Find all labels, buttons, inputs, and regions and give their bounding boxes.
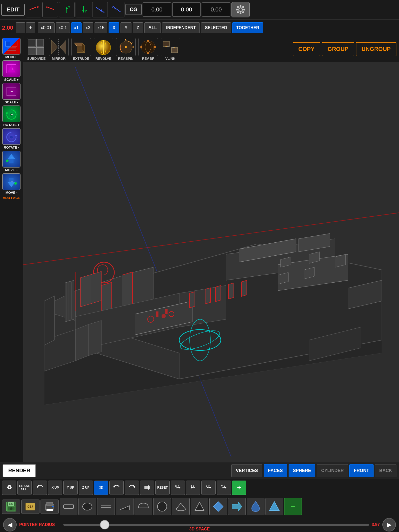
scale-plus-btn[interactable]: + [26, 22, 35, 33]
back-btn[interactable]: BACK [375, 464, 396, 477]
revbf-tool[interactable]: REV.BF [138, 38, 158, 61]
3d-viewport[interactable] [23, 62, 399, 462]
rotate-minus-tool[interactable]: − ROTATE - [1, 128, 22, 149]
mult-15-btn[interactable]: x15 [95, 22, 107, 33]
revspin-tool[interactable]: REV.SPIN [115, 38, 136, 61]
together-mode-btn[interactable]: TOGETHER [232, 22, 263, 33]
move-plus-tool[interactable]: + MOVE + [1, 151, 22, 172]
scale-minus-tool[interactable]: − SCALE - [1, 83, 22, 104]
copy-button[interactable]: COPY [293, 42, 320, 56]
scale-plus-tool[interactable]: + SCALE + [1, 60, 22, 82]
svg-point-69 [154, 46, 156, 48]
edit-button[interactable]: EDIT [1, 4, 25, 16]
cg-button[interactable]: CG [125, 4, 142, 15]
ungroup-button[interactable]: UNGROUP [356, 42, 396, 56]
axis-all-filter-btn[interactable]: ALL [144, 22, 161, 33]
arrow-right-btn[interactable] [228, 498, 246, 515]
revolve-icon [94, 38, 113, 56]
settings-button[interactable] [231, 2, 250, 17]
cone-btn[interactable] [191, 498, 208, 515]
recycle-button[interactable]: ♻ [2, 481, 16, 495]
svg-text:−: − [10, 135, 12, 139]
rot-yk-cw-button[interactable]: Y k [217, 481, 231, 495]
subdivide-tool[interactable]: SUBDIVIDE [26, 38, 47, 61]
svg-point-72 [147, 52, 149, 54]
svg-marker-127 [91, 271, 101, 304]
nav-left-button[interactable]: ◀ [3, 518, 17, 531]
move-minus-tool[interactable]: − MOVE - [1, 173, 22, 195]
slider-thumb[interactable] [100, 520, 109, 529]
axis-x-pos-button[interactable]: X [26, 2, 41, 17]
revolve-tool[interactable]: REVOLVE [93, 38, 114, 61]
top-toolbar: EDIT X X Y Y Z [0, 0, 399, 19]
cylinder-btn[interactable]: CYLINDER [317, 464, 348, 477]
nav-right-button[interactable]: ▶ [382, 518, 396, 531]
reset-button[interactable]: RESET [155, 481, 170, 495]
mult-1-btn[interactable]: x1 [71, 22, 82, 33]
yup-button[interactable]: Y UP [63, 481, 78, 495]
y-coord-input[interactable] [172, 2, 201, 17]
svg-text:−: − [11, 180, 13, 184]
axis-z-pos-button[interactable]: Z [92, 2, 108, 17]
undo-button[interactable] [109, 481, 124, 495]
rotate-plus-tool[interactable]: + ROTATE + [1, 105, 22, 127]
half-sphere-btn[interactable] [135, 498, 152, 515]
diamond-btn[interactable] [209, 498, 227, 515]
flat-quad-btn[interactable] [60, 498, 77, 515]
rot-xz-ccw-button[interactable]: X z [186, 481, 200, 495]
selected-mode-btn[interactable]: SELECTED [201, 22, 231, 33]
droplet-btn[interactable] [247, 498, 264, 515]
svg-text:.OBJ: .OBJ [27, 505, 33, 508]
export-obj-button[interactable]: .OBJ [21, 500, 39, 514]
z-coord-input[interactable] [202, 2, 230, 17]
mirror-tool[interactable]: MIRROR [48, 38, 69, 61]
x-coord-input[interactable] [143, 2, 171, 17]
vertices-btn[interactable]: VERTICES [231, 464, 262, 477]
axis-y-neg-button[interactable]: Y [76, 2, 91, 17]
axis-z-filter-btn[interactable]: Z [133, 22, 143, 33]
sphere-btn2[interactable] [153, 498, 171, 515]
axis-y-filter-btn[interactable]: Y [121, 22, 131, 33]
move-button[interactable] [140, 481, 154, 495]
3d-button[interactable]: 3D [94, 481, 108, 495]
axis-x-filter-btn[interactable]: X [109, 22, 119, 33]
svg-rect-53 [28, 39, 35, 46]
axis-x-neg-button[interactable]: X [42, 2, 58, 17]
extrude-tool[interactable]: EXTRUDE [71, 38, 91, 61]
erase-sel-button[interactable]: ERASESEL. [17, 481, 32, 495]
circle-btn[interactable] [78, 498, 96, 515]
scale-minus-btn[interactable]: — [16, 22, 25, 33]
mult-3-btn[interactable]: x3 [83, 22, 93, 33]
undo-icon-button[interactable] [33, 481, 47, 495]
thin-flat-btn[interactable] [97, 498, 115, 515]
up-triangle-btn[interactable] [265, 498, 283, 515]
add-green-button[interactable]: + [232, 481, 246, 495]
axis-z-neg-button[interactable]: Z [109, 2, 124, 17]
svg-text:+: + [11, 155, 13, 159]
mult-0.01-btn[interactable]: x0.01 [38, 22, 55, 33]
xup-button[interactable]: X UP [48, 481, 62, 495]
save-button[interactable]: OBJ [2, 500, 20, 514]
rot-xz-cw-button[interactable]: X z [171, 481, 185, 495]
independent-mode-btn[interactable]: INDEPENDENT [162, 22, 200, 33]
axis-y-pos-button[interactable]: Y [59, 2, 75, 17]
mult-0.1-btn[interactable]: x0.1 [56, 22, 70, 33]
rot-yz-cw-button[interactable]: Y z [201, 481, 216, 495]
revbf-icon [138, 38, 158, 56]
add-face-tool[interactable]: ADD FACE [1, 196, 22, 200]
front-btn[interactable]: FRONT [349, 464, 374, 477]
redo-button[interactable] [125, 481, 139, 495]
flat-cone-btn[interactable] [172, 498, 190, 515]
minus-btn[interactable]: − [284, 498, 302, 515]
faces-btn[interactable]: FACES [264, 464, 287, 477]
zup-button[interactable]: Z UP [79, 481, 93, 495]
pointer-radius-slider[interactable] [63, 524, 369, 526]
render-button[interactable]: RENDER [3, 464, 36, 477]
group-button[interactable]: GROUP [322, 42, 354, 56]
model-tool[interactable]: MODEL [1, 38, 22, 59]
wedge-btn[interactable] [116, 498, 134, 515]
sphere-btn[interactable]: SPHERE [289, 464, 316, 477]
print-button[interactable] [41, 500, 59, 514]
svg-text:Y: Y [85, 9, 87, 13]
vlink-tool[interactable]: VLINK [160, 38, 181, 61]
